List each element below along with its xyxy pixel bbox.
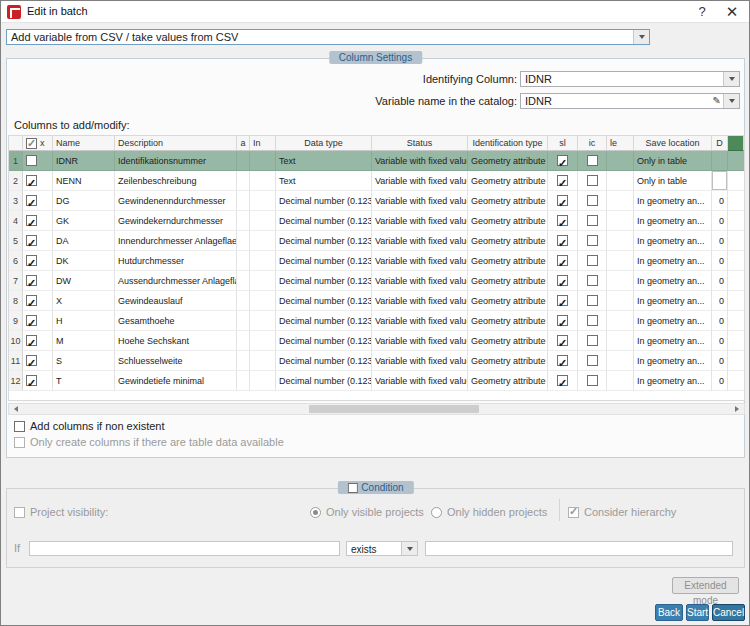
cell-data-type[interactable]: Decimal number (0.123): [276, 211, 372, 231]
cell-status[interactable]: Variable with fixed values: [372, 251, 468, 271]
add-columns-option[interactable]: Add columns if non existent: [14, 419, 165, 433]
row-include-checkbox[interactable]: [26, 235, 37, 246]
header-include[interactable]: x: [23, 136, 53, 151]
row-include-checkbox[interactable]: [26, 315, 37, 326]
cell-identification-type[interactable]: Geometry attribute: [468, 171, 548, 191]
cell-flag2[interactable]: [578, 311, 607, 331]
cell-a[interactable]: [237, 191, 250, 211]
cell-name[interactable]: DW: [53, 271, 115, 291]
cell-flag1[interactable]: [548, 371, 578, 391]
cell-save-location[interactable]: In geometry an...: [634, 351, 712, 371]
batch-mode-select[interactable]: Add variable from CSV / take values from…: [6, 29, 650, 45]
cell-name[interactable]: DG: [53, 191, 115, 211]
cell-data-type[interactable]: Decimal number (0.123): [276, 291, 372, 311]
flag2-checkbox[interactable]: [587, 215, 598, 226]
cell-description[interactable]: Aussendurchmesser Anlageflaeche: [115, 271, 237, 291]
flag1-checkbox[interactable]: [557, 375, 568, 386]
cell-a[interactable]: [237, 351, 250, 371]
cell-identification-type[interactable]: Geometry attribute: [468, 211, 548, 231]
row-include-cell[interactable]: [23, 271, 53, 291]
flag2-checkbox[interactable]: [587, 355, 598, 366]
row-include-cell[interactable]: [23, 251, 53, 271]
table-row[interactable]: 6 DK Hutdurchmesser Decimal number (0.12…: [9, 251, 744, 271]
identifying-column-select[interactable]: IDNR: [520, 71, 740, 87]
flag1-checkbox[interactable]: [557, 275, 568, 286]
cell-extra[interactable]: 0: [712, 331, 728, 351]
cell-description[interactable]: Hoehe Sechskant: [115, 331, 237, 351]
cell-status[interactable]: Variable with fixed values: [372, 331, 468, 351]
cell-extra[interactable]: 0: [712, 311, 728, 331]
cell-identification-type[interactable]: Geometry attribute: [468, 191, 548, 211]
cell-name[interactable]: M: [53, 331, 115, 351]
row-include-cell[interactable]: [23, 371, 53, 391]
cell-description[interactable]: Gewindeauslauf: [115, 291, 237, 311]
flag1-checkbox[interactable]: [557, 235, 568, 246]
cell-data-type[interactable]: Text: [276, 171, 372, 191]
cell-flag1[interactable]: [548, 331, 578, 351]
cell-save-location[interactable]: In geometry an...: [634, 291, 712, 311]
cell-name[interactable]: GK: [53, 211, 115, 231]
cell-flag2[interactable]: [578, 251, 607, 271]
header-save-location[interactable]: Save location: [634, 136, 712, 151]
cell-le[interactable]: [607, 331, 634, 351]
table-row[interactable]: 8 X Gewindeauslauf Decimal number (0.123…: [9, 291, 744, 311]
header-identification-type[interactable]: Identification type: [468, 136, 548, 151]
cell-extra[interactable]: 0: [712, 211, 728, 231]
cell-flag1[interactable]: [548, 151, 578, 171]
cell-in[interactable]: [250, 291, 276, 311]
close-button[interactable]: ✕: [723, 3, 741, 21]
scrollbar-thumb[interactable]: [309, 405, 479, 413]
cell-save-location[interactable]: Only in table: [634, 151, 712, 171]
cell-le[interactable]: [607, 211, 634, 231]
cell-identification-type[interactable]: Geometry attribute: [468, 331, 548, 351]
cell-identification-type[interactable]: Geometry attribute: [468, 291, 548, 311]
chevron-down-icon[interactable]: [723, 72, 739, 86]
condition-right-input[interactable]: [425, 541, 733, 556]
chevron-down-icon[interactable]: [723, 94, 739, 108]
cell-in[interactable]: [250, 151, 276, 171]
chevron-down-icon[interactable]: [633, 30, 649, 44]
header-selected-column[interactable]: [728, 136, 744, 151]
cell-status[interactable]: Variable with fixed values: [372, 191, 468, 211]
cell-flag1[interactable]: [548, 291, 578, 311]
cell-a[interactable]: [237, 171, 250, 191]
edit-pencil-icon[interactable]: ✎: [713, 94, 721, 108]
flag2-checkbox[interactable]: [587, 175, 598, 186]
row-include-cell[interactable]: [23, 331, 53, 351]
flag2-checkbox[interactable]: [587, 255, 598, 266]
cell-flag2[interactable]: [578, 351, 607, 371]
condition-operator-select[interactable]: exists: [346, 541, 418, 556]
row-include-checkbox[interactable]: [26, 255, 37, 266]
row-include-checkbox[interactable]: [26, 295, 37, 306]
cell-status[interactable]: Variable with fixed values: [372, 291, 468, 311]
cell-description[interactable]: Gewindetiefe minimal: [115, 371, 237, 391]
flag2-checkbox[interactable]: [587, 195, 598, 206]
row-include-checkbox[interactable]: [26, 215, 37, 226]
cell-extra[interactable]: 0: [712, 191, 728, 211]
cell-save-location[interactable]: In geometry an...: [634, 211, 712, 231]
row-include-checkbox[interactable]: [26, 195, 37, 206]
cell-description[interactable]: Gesamthoehe: [115, 311, 237, 331]
columns-table[interactable]: x Name Description a In Data type Status…: [8, 135, 745, 401]
condition-checkbox[interactable]: [347, 483, 357, 493]
table-row[interactable]: 12 T Gewindetiefe minimal Decimal number…: [9, 371, 744, 391]
cell-identification-type[interactable]: Geometry attribute: [468, 251, 548, 271]
cell-name[interactable]: T: [53, 371, 115, 391]
scroll-left-icon[interactable]: [9, 404, 23, 414]
table-row[interactable]: 1 IDNR Identifikationsnummer Text Variab…: [9, 151, 744, 171]
cell-extra[interactable]: 0: [712, 231, 728, 251]
cell-description[interactable]: Gewindekerndurchmesser: [115, 211, 237, 231]
cell-name[interactable]: NENN: [53, 171, 115, 191]
flag1-checkbox[interactable]: [557, 175, 568, 186]
cell-name[interactable]: X: [53, 291, 115, 311]
cell-flag2[interactable]: [578, 231, 607, 251]
cancel-button[interactable]: Cancel: [712, 604, 745, 621]
cell-le[interactable]: [607, 271, 634, 291]
cell-identification-type[interactable]: Geometry attribute: [468, 231, 548, 251]
flag2-checkbox[interactable]: [587, 235, 598, 246]
cell-in[interactable]: [250, 371, 276, 391]
cell-extra[interactable]: 0: [712, 371, 728, 391]
cell-save-location[interactable]: Only in table: [634, 171, 712, 191]
flag2-checkbox[interactable]: [587, 335, 598, 346]
flag1-checkbox[interactable]: [557, 355, 568, 366]
